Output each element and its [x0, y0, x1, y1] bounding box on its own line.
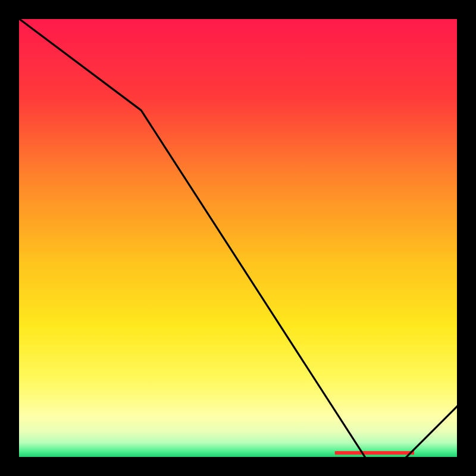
bottleneck-chart	[0, 0, 476, 476]
chart-stage: { "attribution": "TheBottleneck.com", "c…	[0, 0, 476, 476]
plot-area	[18, 18, 458, 458]
optimal-region-marker	[335, 451, 414, 455]
